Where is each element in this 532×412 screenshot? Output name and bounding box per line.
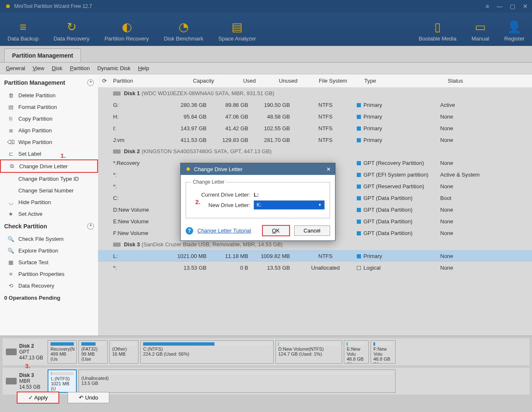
- format-partition-icon: ▤: [8, 104, 14, 110]
- sidebar-item-surface-test[interactable]: ▦Surface Test: [0, 256, 98, 268]
- operations-pending: 0 Operations Pending: [0, 291, 98, 304]
- change-partition-type-id-icon: [8, 175, 14, 182]
- collapse-icon[interactable]: ˄: [87, 79, 94, 86]
- data-recovery-side-icon: ⟲: [8, 282, 14, 289]
- disk-icon: [113, 149, 121, 154]
- table-header: ⟳ Partition Capacity Used Unused File Sy…: [98, 74, 532, 88]
- sidebar-item-hide-partition[interactable]: ◡Hide Partition: [0, 196, 98, 208]
- annotation-2: 2.: [195, 198, 201, 205]
- collapse-icon[interactable]: ˄: [87, 223, 94, 230]
- disk-row[interactable]: Disk 2 (KINGSTON SA400S37480G SATA, GPT,…: [98, 146, 532, 157]
- disk-icon: [113, 91, 121, 96]
- wipe-partition-icon: ⌫: [8, 139, 14, 145]
- partition-row[interactable]: I:143.97 GB41.42 GB102.55 GBNTFSPrimaryN…: [98, 122, 532, 134]
- dialog-close-icon[interactable]: ✕: [326, 166, 331, 172]
- sidebar-item-data-recovery-side[interactable]: ⟲Data Recovery: [0, 280, 98, 291]
- chevron-down-icon: ▼: [318, 203, 322, 207]
- current-drive-letter: L:: [254, 192, 259, 198]
- sidebar-item-change-serial-number[interactable]: Change Serial Number: [0, 185, 98, 196]
- annotation-3: 3.: [25, 362, 30, 369]
- disk-map-block[interactable]: (FAT32)99 MB (Use: [78, 340, 108, 364]
- sidebar-item-check-file-system[interactable]: 🔍Check File System: [0, 233, 98, 245]
- dialog-logo-icon: [185, 166, 192, 172]
- apply-button[interactable]: ✓ Apply: [17, 392, 59, 404]
- set-label-icon: ⊏: [8, 150, 14, 157]
- disk-map-block[interactable]: (Unallocated)13.5 GB: [78, 369, 396, 393]
- sidebar-item-set-active[interactable]: ★Set Active: [0, 208, 98, 220]
- hide-partition-icon: ◡: [8, 199, 14, 205]
- sidebar-item-copy-partition[interactable]: ⎘Copy Partition: [0, 113, 98, 124]
- sidebar-item-change-partition-type-id[interactable]: Change Partition Type ID: [0, 173, 98, 185]
- disk-map-block[interactable]: Recovery(N499 MB (Us: [48, 340, 77, 364]
- disk-map-block[interactable]: E:New Volu48.8 GB (U: [344, 340, 369, 364]
- partition-row[interactable]: H:95.64 GB47.06 GB48.58 GBNTFSPrimaryNon…: [98, 111, 532, 122]
- surface-test-icon: ▦: [8, 259, 14, 265]
- tutorial-link[interactable]: Change Letter Tutorial: [197, 227, 251, 234]
- help-icon[interactable]: ?: [186, 227, 193, 235]
- change-drive-letter-icon: ⧉: [8, 163, 15, 169]
- sidebar-item-delete-partition[interactable]: 🗑Delete Partition: [0, 89, 98, 101]
- new-drive-letter-select[interactable]: K: ▼: [254, 200, 325, 210]
- sidebar-item-format-partition[interactable]: ▤Format Partition: [0, 101, 98, 113]
- change-serial-number-icon: [8, 187, 14, 194]
- undo-button[interactable]: ↶ Undo: [68, 392, 109, 403]
- align-partition-icon: ≣: [8, 127, 14, 134]
- disk-map-block[interactable]: (Other)16 MB: [109, 340, 139, 364]
- disk-map-block[interactable]: C:(NTFS)224.2 GB (Used: 56%): [140, 340, 274, 364]
- disk-row[interactable]: Disk 1 (WDC WD10EZEX-08WN4A0 SATA, MBR, …: [98, 88, 532, 99]
- check-file-system-icon: 🔍: [8, 235, 14, 242]
- disk-icon: [113, 243, 121, 247]
- partition-row[interactable]: J:vm411.53 GB129.83 GB281.70 GBNTFSPrima…: [98, 134, 532, 146]
- sidebar-item-align-partition[interactable]: ≣Align Partition: [0, 124, 98, 136]
- sidebar: Partition Management ˄ 🗑Delete Partition…: [0, 74, 98, 336]
- copy-partition-icon: ⎘: [8, 115, 14, 122]
- change-drive-letter-dialog: Change Drive Letter ✕ Change Letter Curr…: [180, 163, 335, 241]
- explore-partition-icon: 🔍: [8, 247, 14, 254]
- sidebar-item-partition-properties[interactable]: ≡Partition Properties: [0, 268, 98, 280]
- sidebar-group-check-partition: Check Partition ˄: [0, 220, 98, 233]
- partition-row[interactable]: G:280.36 GB89.86 GB190.50 GBNTFSPrimaryA…: [98, 99, 532, 111]
- partition-row[interactable]: L:1021.00 MB11.18 MB1009.82 MBNTFSPrimar…: [98, 250, 532, 262]
- delete-partition-icon: 🗑: [8, 92, 14, 99]
- dialog-title: Change Drive Letter: [194, 166, 242, 172]
- annotation-1: 1.: [61, 152, 66, 159]
- sidebar-item-wipe-partition[interactable]: ⌫Wipe Partition: [0, 136, 98, 148]
- refresh-icon[interactable]: ⟳: [98, 78, 106, 84]
- sidebar-item-explore-partition[interactable]: 🔍Explore Partition: [0, 245, 98, 256]
- cancel-button[interactable]: Cancel: [294, 225, 330, 236]
- sidebar-group-partition-mgmt: Partition Management ˄: [0, 76, 98, 89]
- partition-properties-icon: ≡: [8, 270, 14, 277]
- disk-map-block[interactable]: D:New Volume(NTFS)124.7 GB (Used: 1%): [275, 340, 342, 364]
- set-active-icon: ★: [8, 210, 14, 217]
- sidebar-item-change-drive-letter[interactable]: ⧉Change Drive Letter: [0, 159, 98, 173]
- ok-button[interactable]: OK: [262, 225, 290, 236]
- disk-map-block[interactable]: F:New Volu48.8 GB (U: [371, 340, 396, 364]
- partition-row[interactable]: *:13.53 GB0 B13.53 GBUnallocatedLogicalN…: [98, 262, 532, 273]
- sidebar-item-set-label[interactable]: ⊏Set Label: [0, 148, 98, 159]
